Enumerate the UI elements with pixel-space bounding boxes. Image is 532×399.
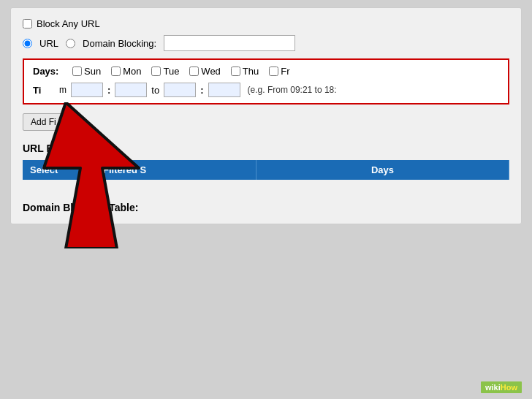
from-prefix: m (59, 85, 66, 95)
mon-checkbox[interactable] (111, 66, 121, 76)
day-fri: Fr (269, 66, 289, 77)
col-filtered-header: Filtered S (96, 160, 256, 180)
time-from-mins[interactable] (115, 83, 147, 97)
days-label: Days: (33, 66, 62, 77)
days-row: Days: Sun Mon Tue Wed Thu (33, 66, 499, 77)
url-label: URL (39, 38, 58, 49)
url-radio[interactable] (23, 39, 32, 48)
day-thu: Thu (231, 66, 259, 77)
add-filter-button[interactable]: Add Fi (23, 113, 64, 131)
url-domain-row: URL Domain Blocking: (23, 35, 509, 51)
url-blocking-title: URL Blocki (23, 142, 509, 154)
colon-2: : (200, 85, 203, 96)
time-from-hours[interactable] (71, 83, 103, 97)
colon-1: : (107, 85, 110, 96)
thu-checkbox[interactable] (231, 66, 240, 76)
time-to-hours[interactable] (164, 83, 196, 97)
col-days-header: Days (256, 160, 509, 180)
block-any-url-checkbox[interactable] (23, 19, 32, 28)
tue-label: Tue (163, 66, 179, 77)
domain-blocking-section: Domain Blocking Table: (23, 202, 509, 213)
fri-label: Fr (281, 66, 289, 77)
url-blocking-section: URL Blocki Select Filtered S Days (23, 142, 509, 180)
domain-radio[interactable] (66, 39, 75, 48)
day-mon: Mon (111, 66, 141, 77)
domain-blocking-label: Domain Blocking: (83, 38, 156, 49)
time-hint: (e.g. From 09:21 to 18: (248, 85, 337, 95)
block-any-url-label: Block Any URL (37, 18, 100, 29)
to-label: to (151, 85, 159, 96)
table-header: Select Filtered S Days (23, 160, 509, 180)
day-wed: Wed (189, 66, 221, 77)
url-input[interactable] (164, 35, 295, 51)
schedule-box: Days: Sun Mon Tue Wed Thu (23, 58, 509, 104)
time-row: Ti m : to : (e.g. From 09:21 to 18: (33, 83, 499, 97)
block-any-url-row: Block Any URL (23, 18, 100, 29)
wikihow-badge: wikiHow (481, 381, 522, 393)
fri-checkbox[interactable] (269, 66, 278, 76)
thu-label: Thu (243, 66, 259, 77)
wikihow-how-text: How (501, 383, 517, 392)
wikihow-wiki-text: wiki (485, 383, 501, 392)
sun-checkbox[interactable] (72, 66, 82, 76)
tue-checkbox[interactable] (151, 66, 161, 76)
time-label: Ti (33, 85, 55, 96)
wed-label: Wed (201, 66, 221, 77)
day-sun: Sun (72, 66, 101, 77)
domain-blocking-title: Domain Blocking Table: (23, 202, 138, 213)
col-select-header: Select (23, 160, 96, 180)
sun-label: Sun (84, 66, 101, 77)
time-to-mins[interactable] (208, 83, 240, 97)
wed-checkbox[interactable] (189, 66, 199, 76)
day-tue: Tue (151, 66, 179, 77)
mon-label: Mon (123, 66, 141, 77)
